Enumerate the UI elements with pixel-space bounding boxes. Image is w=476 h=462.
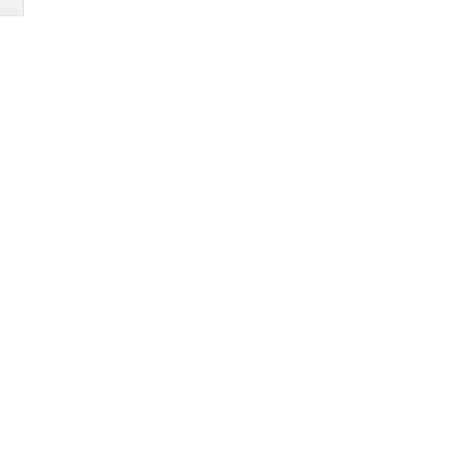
- select-all-corner[interactable]: [0, 0, 24, 16]
- spreadsheet-grid: [0, 0, 476, 16]
